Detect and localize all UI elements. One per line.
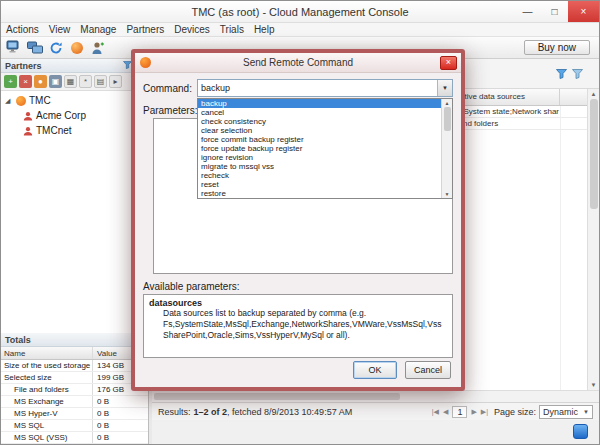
orange-ball-icon <box>71 42 83 54</box>
command-option[interactable]: restore <box>198 189 441 198</box>
combo-dropdown-icon[interactable]: ▼ <box>437 80 452 96</box>
menu-item-actions[interactable]: Actions <box>1 24 44 35</box>
tree-expander-icon[interactable]: ◢ <box>5 97 13 105</box>
monitor-partner-icon[interactable]: ▣ <box>49 75 62 88</box>
scroll-down-icon[interactable]: ▼ <box>591 382 597 388</box>
scroll-up-icon[interactable]: ▲ <box>445 100 450 106</box>
chevron-down-icon: ▼ <box>583 409 589 415</box>
tree-item-tmc[interactable]: ◢ TMC <box>1 93 148 108</box>
totals-cell-name: MS Hyper-V <box>1 408 93 419</box>
edit-partner-icon[interactable]: ● <box>34 75 47 88</box>
dropdown-scrollbar[interactable]: ▲ ▼ <box>441 99 452 198</box>
command-label: Command: <box>143 83 197 94</box>
partners-tree: ◢ TMC Acme CorpTMCnet <box>1 91 148 333</box>
computers-icon[interactable] <box>5 39 23 57</box>
buy-now-button[interactable]: Buy now <box>524 40 590 55</box>
next-page-button[interactable]: ▶ <box>471 408 476 416</box>
command-option[interactable]: migrate to mssql vss <box>198 162 441 171</box>
add-user-icon[interactable] <box>89 39 107 57</box>
tree-item-acme-corp[interactable]: Acme Corp <box>1 108 148 123</box>
grid-view-icon[interactable]: ▦ <box>64 75 77 88</box>
tree-item-label: Acme Corp <box>36 110 86 121</box>
totals-row: Selected size199 GB <box>1 372 148 384</box>
totals-cell-name: MS Exchange <box>1 396 93 407</box>
maximize-button[interactable]: □ <box>541 1 568 22</box>
available-parameters-box: datasources Data sources list to backup … <box>143 294 453 358</box>
partners-toolbar: +×●▣▦*▤▸ <box>1 73 148 91</box>
cancel-button[interactable]: Cancel <box>405 361 451 379</box>
totals-cell-value: 0 B <box>93 408 148 419</box>
grid-filter-settings-icon[interactable] <box>572 65 583 83</box>
totals-cell-value: 0 B <box>93 420 148 431</box>
command-option[interactable]: ignore revision <box>198 153 441 162</box>
scroll-thumb[interactable] <box>590 99 598 209</box>
status-bar: Results: 1–2 of 2 , fetched 8/9/2013 10:… <box>152 402 599 420</box>
partner-root-icon <box>16 96 26 106</box>
expand-icon[interactable]: ▸ <box>109 75 122 88</box>
scroll-thumb[interactable] <box>154 393 400 400</box>
partners-panel: Partners +×●▣▦*▤▸ ◢ TMC Acme CorpTMCnet … <box>1 59 149 444</box>
page-size-value: Dynamic <box>543 407 578 417</box>
refresh-icon[interactable] <box>47 39 65 57</box>
command-option[interactable]: cancel <box>198 108 441 117</box>
totals-cell-value: 0 B <box>93 396 148 407</box>
send-remote-command-dialog: Send Remote Command × Command: backup ▼ … <box>131 49 465 391</box>
command-dropdown: backupcancelcheck consistencyclear selec… <box>197 98 453 199</box>
menu-item-help[interactable]: Help <box>249 24 280 35</box>
devices-icon[interactable] <box>26 39 44 57</box>
menu-item-partners[interactable]: Partners <box>121 24 169 35</box>
grid-filter-icon[interactable] <box>556 65 567 83</box>
page-size-select[interactable]: Dynamic ▼ <box>539 405 593 419</box>
licenses-icon[interactable] <box>68 39 86 57</box>
command-option[interactable]: backup <box>198 99 441 108</box>
page-number[interactable]: 1 <box>452 406 467 418</box>
ok-button[interactable]: OK <box>353 361 397 379</box>
first-page-button[interactable]: |◀ <box>432 408 439 416</box>
menu-item-manage[interactable]: Manage <box>75 24 121 35</box>
vertical-scrollbar[interactable]: ▲ ▼ <box>587 89 599 390</box>
scroll-up-icon[interactable]: ▲ <box>591 91 597 97</box>
app-icon <box>140 57 151 68</box>
add-partner-icon[interactable]: + <box>4 75 17 88</box>
menu-item-trials[interactable]: Trials <box>215 24 249 35</box>
scroll-thumb[interactable] <box>444 107 451 131</box>
command-combobox[interactable]: backup ▼ <box>197 79 453 97</box>
list-view-icon[interactable]: ▤ <box>94 75 107 88</box>
partner-user-icon <box>23 111 33 121</box>
remove-partner-icon[interactable]: × <box>19 75 32 88</box>
parameter-description: Data sources list to backup separated by… <box>163 308 447 341</box>
horizontal-scrollbar[interactable] <box>152 390 599 402</box>
menu-item-devices[interactable]: Devices <box>169 24 215 35</box>
minimize-button[interactable]: — <box>514 1 541 22</box>
tray-icon[interactable] <box>573 424 588 439</box>
tree-item-tmcnet[interactable]: TMCnet <box>1 123 148 138</box>
results-range: 1–2 of 2 <box>194 407 228 417</box>
totals-cell-name: File and folders <box>1 384 93 395</box>
available-parameters-label: Available parameters: <box>143 281 453 292</box>
prev-page-button[interactable]: ◀ <box>443 408 448 416</box>
title-bar[interactable]: TMC (as root) - Cloud Management Console… <box>1 1 599 23</box>
totals-cell-name: MS SQL (VSS) <box>1 432 93 443</box>
column-divider <box>560 106 561 390</box>
favorites-icon[interactable]: * <box>79 75 92 88</box>
command-option[interactable]: force commit backup register <box>198 135 441 144</box>
grid-cell-text: nd folders <box>463 119 498 128</box>
command-option[interactable]: check consistency <box>198 117 441 126</box>
dialog-title-bar[interactable]: Send Remote Command × <box>135 53 461 73</box>
scroll-down-icon[interactable]: ▼ <box>445 191 450 197</box>
totals-row: MS SQL0 B <box>1 420 148 432</box>
totals-cell-name: Size of the used storage <box>1 360 93 371</box>
close-button[interactable]: × <box>568 1 599 22</box>
command-option[interactable]: force update backup register <box>198 144 441 153</box>
dialog-close-button[interactable]: × <box>440 56 457 70</box>
dialog-title: Send Remote Command <box>135 57 461 68</box>
app-window: TMC (as root) - Cloud Management Console… <box>0 0 600 445</box>
totals-header: Totals <box>1 333 148 347</box>
totals-header-row: NameValue <box>1 347 148 360</box>
command-option[interactable]: reset <box>198 180 441 189</box>
last-page-button[interactable]: ▶| <box>481 408 488 416</box>
menu-item-view[interactable]: View <box>44 24 76 35</box>
command-option[interactable]: clear selection <box>198 126 441 135</box>
totals-col-name[interactable]: Name <box>1 347 93 359</box>
command-option[interactable]: recheck <box>198 171 441 180</box>
